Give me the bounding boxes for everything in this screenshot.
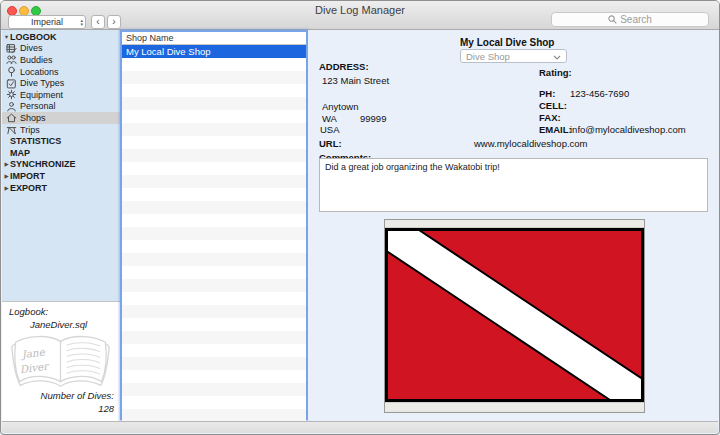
disclosure-right-icon[interactable]: ▶ [3, 170, 10, 182]
sidebar-item-label: Trips [20, 125, 40, 135]
shop-row-empty[interactable] [122, 253, 306, 266]
shop-row-empty[interactable] [122, 201, 306, 214]
sidebar-item-dives[interactable]: Dives [2, 43, 120, 55]
buddies-icon [6, 54, 17, 65]
forward-button[interactable]: › [107, 15, 121, 29]
sidebar-item-label: LOGBOOK [10, 32, 57, 42]
disclosure-right-icon[interactable]: ▶ [3, 159, 10, 171]
address-street[interactable]: 123 Main Street [322, 75, 389, 86]
search-icon [608, 15, 617, 24]
comments-textarea[interactable]: Did a great job organizing the Wakatobi … [319, 158, 708, 212]
disclosure-down-icon[interactable]: ▼ [3, 31, 10, 43]
sidebar-item-import[interactable]: ▶IMPORT [2, 170, 120, 182]
phone-label: PH: [539, 88, 555, 99]
search-input[interactable]: Search [551, 12, 709, 27]
shop-row-empty[interactable] [122, 357, 306, 370]
shop-row-empty[interactable] [122, 396, 306, 409]
locations-icon [6, 66, 17, 77]
shop-row-empty[interactable] [122, 383, 306, 396]
sidebar-item-label: Personal [20, 101, 56, 111]
shop-table-body: My Local Dive Shop [122, 45, 306, 422]
shop-image-frame [384, 219, 645, 413]
sidebar-item-logbook[interactable]: ▼LOGBOOK [2, 31, 120, 43]
sidebar-item-personal[interactable]: Personal [2, 101, 120, 113]
shop-row-empty[interactable] [122, 175, 306, 188]
sidebar-item-label: Dives [20, 43, 43, 53]
shop-row-empty[interactable] [122, 97, 306, 110]
url-value[interactable]: www.mylocaldiveshop.com [474, 138, 588, 149]
chevron-left-icon: ‹ [96, 16, 99, 27]
sidebar: ▼LOGBOOKDivesBuddiesLocationsDive TypesE… [2, 30, 120, 421]
sidebar-item-export[interactable]: ▶EXPORT [2, 182, 120, 194]
sidebar-item-statistics[interactable]: STATISTICS [2, 135, 120, 147]
shop-type-select[interactable]: Dive Shop [460, 49, 567, 63]
sidebar-item-label: EXPORT [10, 183, 47, 193]
shop-row-empty[interactable] [122, 214, 306, 227]
shop-row-empty[interactable] [122, 305, 306, 318]
sidebar-item-trips[interactable]: Trips [2, 124, 120, 136]
titlebar: Dive Log Manager Imperial ▴▾ ‹ › Search [1, 1, 719, 30]
main-area: ▼LOGBOOKDivesBuddiesLocationsDive TypesE… [2, 30, 718, 421]
shop-row-empty[interactable] [122, 110, 306, 123]
app-window: Dive Log Manager Imperial ▴▾ ‹ › Search … [0, 0, 720, 435]
sidebar-item-label: Buddies [20, 55, 53, 65]
dive-types-icon [6, 78, 17, 89]
search-placeholder: Search [620, 14, 652, 25]
shop-row[interactable]: My Local Dive Shop [122, 45, 306, 58]
address-zip[interactable]: 99999 [360, 113, 386, 124]
units-select[interactable]: Imperial ▴▾ [8, 15, 86, 29]
sidebar-item-locations[interactable]: Locations [2, 66, 120, 78]
logbook-filename: JaneDiver.sql [30, 319, 87, 330]
shop-row-empty[interactable] [122, 240, 306, 253]
phone-value[interactable]: 123-456-7690 [570, 88, 629, 99]
trips-icon [6, 124, 17, 135]
shop-row-empty[interactable] [122, 266, 306, 279]
shop-row-empty[interactable] [122, 149, 306, 162]
stepper-icon: ▴▾ [80, 16, 83, 28]
sidebar-item-buddies[interactable]: Buddies [2, 54, 120, 66]
shop-row-empty[interactable] [122, 331, 306, 344]
address-city[interactable]: Anytown [322, 101, 358, 112]
sidebar-item-synchronize[interactable]: ▶SYNCHRONIZE [2, 159, 120, 171]
address-label: ADDRESS: [319, 61, 369, 72]
shop-table: Shop Name My Local Dive Shop [120, 30, 308, 420]
rating-label: Rating: [539, 67, 572, 78]
shop-row-empty[interactable] [122, 292, 306, 305]
sidebar-item-label: SYNCHRONIZE [10, 159, 76, 169]
shop-detail-panel: My Local Dive Shop Dive Shop ADDRESS: 12… [308, 30, 718, 420]
sidebar-item-equipment[interactable]: Equipment [2, 89, 120, 101]
shop-row-empty[interactable] [122, 279, 306, 292]
sidebar-item-label: IMPORT [10, 171, 45, 181]
sidebar-item-label: MAP [10, 148, 30, 158]
sidebar-item-label: STATISTICS [10, 136, 61, 146]
equipment-icon [6, 89, 17, 100]
shop-row-empty[interactable] [122, 344, 306, 357]
image-frame-bottom-bar [385, 402, 644, 410]
shop-row-empty[interactable] [122, 58, 306, 71]
shop-row-empty[interactable] [122, 227, 306, 240]
shop-row-empty[interactable] [122, 162, 306, 175]
shop-row-empty[interactable] [122, 188, 306, 201]
shop-row-empty[interactable] [122, 318, 306, 331]
shop-row-empty[interactable] [122, 136, 306, 149]
sidebar-item-map[interactable]: MAP [2, 147, 120, 159]
shop-type-value: Dive Shop [466, 51, 510, 62]
disclosure-right-icon[interactable]: ▶ [3, 182, 10, 194]
book-script-line2: Diver [19, 360, 51, 376]
shop-row-empty[interactable] [122, 71, 306, 84]
email-value[interactable]: info@mylocaldiveshop.com [570, 124, 686, 135]
address-state[interactable]: WA [322, 113, 337, 124]
logbook-label: Logbook: [9, 306, 48, 317]
shop-row-empty[interactable] [122, 123, 306, 136]
shop-row-empty[interactable] [122, 370, 306, 383]
shop-table-header[interactable]: Shop Name [122, 32, 306, 45]
sidebar-item-shops[interactable]: Shops [2, 112, 120, 124]
sidebar-item-label: Shops [20, 113, 46, 123]
address-country[interactable]: USA [320, 124, 340, 135]
sidebar-item-dive-types[interactable]: Dive Types [2, 77, 120, 89]
sidebar-tree: ▼LOGBOOKDivesBuddiesLocationsDive TypesE… [2, 31, 120, 193]
cell-label: CELL: [539, 100, 567, 111]
shop-row-empty[interactable] [122, 84, 306, 97]
personal-icon [6, 101, 17, 112]
back-button[interactable]: ‹ [91, 15, 105, 29]
